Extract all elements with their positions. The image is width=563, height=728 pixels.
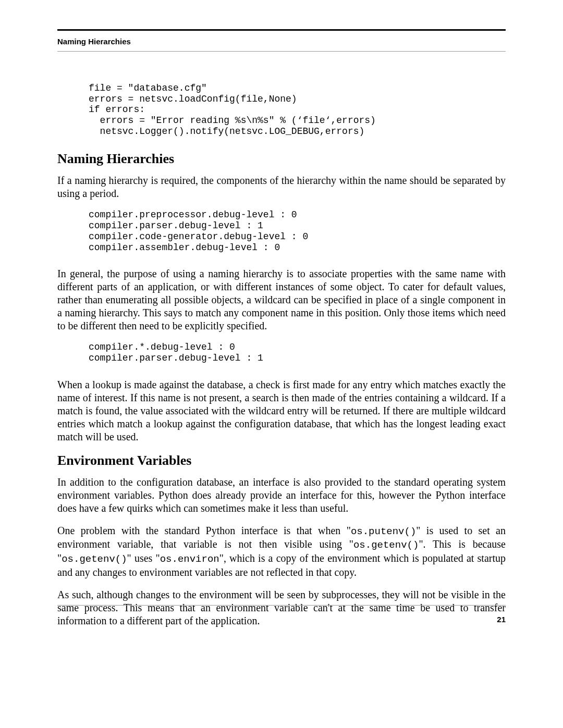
code-block-2: compiler.preprocessor.debug-level : 0 co… xyxy=(89,209,506,253)
code-os-getenv: os.getenv() xyxy=(353,539,419,551)
code-block-1: file = "database.cfg" errors = netsvc.lo… xyxy=(89,83,506,137)
env-p1: In addition to the configuration databas… xyxy=(57,476,506,515)
code-os-putenv: os.putenv() xyxy=(351,526,416,537)
env-p2: One problem with the standard Python int… xyxy=(57,524,506,579)
page-number: 21 xyxy=(57,615,506,624)
naming-p1: If a naming hierarchy is required, the c… xyxy=(57,174,506,200)
naming-p3: When a lookup is made against the databa… xyxy=(57,378,506,443)
naming-p2: In general, the purpose of using a namin… xyxy=(57,267,506,332)
foot-rule xyxy=(57,605,506,606)
code-block-3: compiler.*.debug-level : 0 compiler.pars… xyxy=(89,342,506,363)
head-rule xyxy=(57,51,506,52)
page: Naming Hierarchies file = "database.cfg"… xyxy=(0,0,563,728)
env-p2-a: One problem with the standard Python int… xyxy=(57,525,351,536)
env-p2-d: " uses " xyxy=(127,552,160,564)
code-os-environ: os.environ xyxy=(160,553,219,565)
section-title-env: Environment Variables xyxy=(57,453,506,468)
footer: 21 xyxy=(57,605,506,624)
section-title-naming: Naming Hierarchies xyxy=(57,151,506,167)
running-head: Naming Hierarchies xyxy=(57,37,506,46)
top-rule xyxy=(57,29,506,31)
code-os-getenv-2: os.getenv() xyxy=(62,553,127,565)
